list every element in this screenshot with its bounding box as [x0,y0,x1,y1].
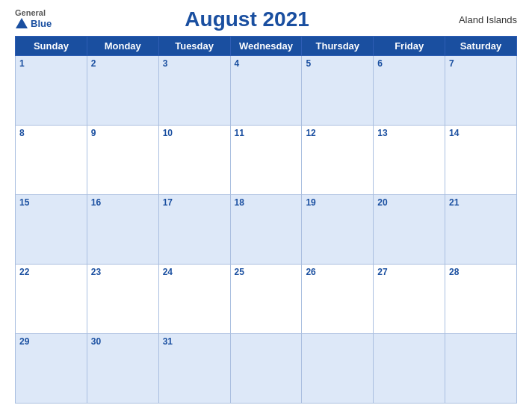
calendar-day-cell: 11 [230,126,302,195]
day-number: 15 [19,197,29,208]
calendar-day-cell [302,334,374,404]
region-label: Aland Islands [442,14,517,25]
day-number: 28 [449,267,459,277]
day-number: 26 [306,267,315,277]
day-number: 24 [163,267,173,277]
calendar-day-cell: 20 [374,195,445,265]
calendar-day-cell: 28 [445,265,517,334]
calendar-day-cell: 25 [230,265,302,334]
weekday-header-sunday: Sunday [16,37,87,56]
month-title: August 2021 [52,7,442,31]
day-number: 5 [306,58,311,69]
day-number: 19 [306,197,315,208]
day-number: 17 [163,197,173,208]
calendar-day-cell: 2 [87,56,158,126]
day-number: 10 [163,128,173,138]
logo-blue-text: Blue [31,19,52,29]
calendar-day-cell: 14 [445,126,517,195]
calendar-day-cell: 15 [16,195,87,265]
day-number: 27 [377,267,387,277]
weekday-header-wednesday: Wednesday [230,37,302,56]
weekday-header-tuesday: Tuesday [158,37,230,56]
calendar-week-row: 891011121314 [16,126,517,195]
calendar-day-cell: 1 [16,56,87,126]
calendar-week-row: 1234567 [16,56,517,126]
day-number: 4 [235,58,240,69]
day-number: 6 [377,58,383,69]
day-number: 2 [91,58,96,69]
logo-icon [15,17,28,31]
calendar-day-cell: 29 [16,334,87,404]
weekday-header-monday: Monday [87,37,158,56]
calendar-day-cell [374,334,445,404]
day-number: 22 [19,267,29,277]
calendar-week-row: 22232425262728 [16,265,517,334]
calendar-day-cell: 10 [158,126,230,195]
calendar-day-cell: 24 [158,265,230,334]
calendar-day-cell: 5 [302,56,374,126]
day-number: 30 [91,336,101,347]
day-number: 29 [19,336,29,347]
calendar-day-cell: 4 [230,56,302,126]
calendar-day-cell: 8 [16,126,87,195]
weekday-header-row: SundayMondayTuesdayWednesdayThursdayFrid… [16,37,517,56]
weekday-header-friday: Friday [374,37,445,56]
calendar-day-cell: 27 [374,265,445,334]
calendar-day-cell [230,334,302,404]
calendar-day-cell: 31 [158,334,230,404]
weekday-header-saturday: Saturday [445,37,517,56]
calendar-day-cell: 21 [445,195,517,265]
calendar-day-cell: 22 [16,265,87,334]
day-number: 3 [163,58,168,69]
svg-marker-0 [16,18,28,28]
calendar-week-row: 15161718192021 [16,195,517,265]
calendar-day-cell: 18 [230,195,302,265]
day-number: 1 [19,58,25,69]
calendar-day-cell: 6 [374,56,445,126]
day-number: 25 [235,267,244,277]
day-number: 31 [163,336,173,347]
day-number: 14 [449,128,459,138]
logo: General Blue [15,8,52,31]
logo-general-text: General [15,8,46,17]
calendar-day-cell: 16 [87,195,158,265]
calendar-header: General Blue August 2021 Aland Islands [15,7,517,31]
day-number: 21 [449,197,459,208]
weekday-header-thursday: Thursday [302,37,374,56]
calendar-week-row: 293031 [16,334,517,404]
calendar-day-cell: 12 [302,126,374,195]
calendar-day-cell: 7 [445,56,517,126]
calendar-day-cell: 30 [87,334,158,404]
calendar-day-cell: 23 [87,265,158,334]
day-number: 8 [19,128,25,138]
day-number: 7 [449,58,454,69]
calendar-day-cell: 19 [302,195,374,265]
day-number: 11 [235,128,244,138]
day-number: 23 [91,267,101,277]
calendar-day-cell: 3 [158,56,230,126]
calendar-day-cell: 26 [302,265,374,334]
calendar-day-cell [445,334,517,404]
day-number: 12 [306,128,315,138]
day-number: 16 [91,197,101,208]
calendar-table: SundayMondayTuesdayWednesdayThursdayFrid… [15,36,517,404]
day-number: 20 [377,197,387,208]
calendar-day-cell: 13 [374,126,445,195]
day-number: 9 [91,128,96,138]
calendar-day-cell: 17 [158,195,230,265]
calendar-day-cell: 9 [87,126,158,195]
day-number: 13 [377,128,387,138]
day-number: 18 [235,197,244,208]
